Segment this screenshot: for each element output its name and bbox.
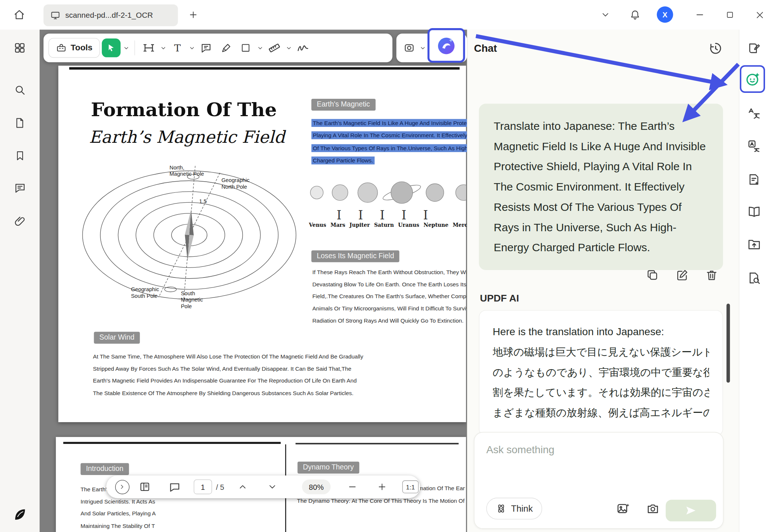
text-line: The Earth's Magnetic Field Is Like A Hug… xyxy=(311,118,467,131)
screenshot-tool[interactable] xyxy=(400,38,418,58)
sidebar-item-pages[interactable] xyxy=(13,116,27,130)
ai-assistant-toolbar-button[interactable] xyxy=(427,28,465,63)
select-tool-button[interactable] xyxy=(102,38,121,57)
zoom-label: 80% xyxy=(309,483,324,491)
edit-text-tool[interactable] xyxy=(140,38,158,58)
bookmark-icon xyxy=(14,150,26,161)
measure-tool-chevron[interactable] xyxy=(285,38,292,58)
pen-tool[interactable] xyxy=(217,38,235,58)
text-line: Stripped Away By Forces Such As The Sola… xyxy=(93,366,363,378)
translate-icon xyxy=(747,107,761,121)
sidebar-item-search[interactable] xyxy=(13,83,27,97)
chevron-down-icon xyxy=(188,45,195,51)
actual-size-button[interactable]: 1:1 xyxy=(402,481,418,494)
document-tab[interactable]: scanned-pd...df-2-1_OCR xyxy=(43,4,178,26)
zoom-level-button[interactable]: 80% xyxy=(302,479,330,494)
edit-icon[interactable] xyxy=(675,269,688,282)
add-text-chevron[interactable] xyxy=(188,38,196,58)
document-icon xyxy=(14,117,26,129)
page-total-label: / 5 xyxy=(216,475,224,498)
chat-header: Chat xyxy=(474,43,497,54)
camera-icon[interactable] xyxy=(646,502,660,515)
home-button[interactable] xyxy=(10,6,29,24)
tab-title: scanned-pd...df-2-1_OCR xyxy=(65,11,153,20)
sidebar-item-attachments[interactable] xyxy=(13,214,27,228)
text-line: Field,.The Creatures On The Earth's Surf… xyxy=(312,293,466,306)
sidebar-item-translate-page[interactable] xyxy=(746,138,761,154)
comment-bubble-icon xyxy=(200,42,212,54)
select-tool-chevron[interactable] xyxy=(123,38,130,58)
notifications-button[interactable] xyxy=(626,6,645,24)
collapse-toolbar-button[interactable] xyxy=(596,6,615,24)
text-line: Earth's Magnetic Field Provides An Indis… xyxy=(93,378,363,390)
message-actions xyxy=(479,269,723,282)
chat-history-button[interactable] xyxy=(708,41,723,56)
signature-tool[interactable] xyxy=(294,38,312,58)
maximize-button[interactable] xyxy=(721,6,739,24)
monitor-icon xyxy=(50,10,60,20)
sidebar-item-bookmarks[interactable] xyxy=(13,149,27,162)
paragraph-solar-wind: At The Same Time, The Atmosphere Will Al… xyxy=(93,354,363,402)
sidebar-item-search-document[interactable] xyxy=(746,270,761,285)
zoom-out-button[interactable] xyxy=(343,475,362,498)
ai-response-line: のようなものであり、宇宙環境の中で重要な役 xyxy=(493,362,709,382)
square-icon xyxy=(240,43,251,53)
think-label: Think xyxy=(511,504,533,514)
ai-chat-sidebar-button[interactable] xyxy=(740,65,765,93)
book-pen-icon xyxy=(747,41,761,55)
sidebar-item-export[interactable] xyxy=(746,236,761,252)
measure-tool[interactable] xyxy=(266,38,283,58)
new-tab-button[interactable] xyxy=(184,6,203,24)
close-icon xyxy=(755,10,764,19)
text-line: Radiation Of Strong Rays And Will Quickl… xyxy=(312,317,466,330)
close-button[interactable] xyxy=(750,6,768,24)
add-text-tool[interactable]: T xyxy=(168,38,186,58)
sidebar-item-comments[interactable] xyxy=(13,181,27,194)
shape-tool[interactable] xyxy=(237,38,254,58)
bell-icon xyxy=(630,9,640,20)
edit-text-chevron[interactable] xyxy=(160,38,167,58)
comment-icon xyxy=(14,181,26,193)
text-line: If These Rays Reach The Earth Without Ob… xyxy=(312,269,466,281)
next-page-button[interactable] xyxy=(263,475,282,498)
updf-ai-icon xyxy=(435,34,457,57)
think-toggle-button[interactable]: Think xyxy=(486,498,542,519)
app-logo[interactable] xyxy=(13,508,27,521)
previous-page-button[interactable] xyxy=(233,475,253,498)
sidebar-item-reader[interactable] xyxy=(746,40,761,55)
zoom-in-button[interactable] xyxy=(372,475,392,498)
chat-scrollbar[interactable] xyxy=(727,304,730,383)
tag-earths-magnetic: Earth's Magnetic xyxy=(311,99,375,111)
chevron-up-icon xyxy=(238,482,248,492)
tools-button[interactable]: Tools xyxy=(49,38,100,58)
comment-tool[interactable] xyxy=(197,38,215,58)
shape-tool-chevron[interactable] xyxy=(257,38,264,58)
minimize-button[interactable] xyxy=(690,6,709,24)
chevron-right-icon xyxy=(118,484,126,491)
app-window: scanned-pd...df-2-1_OCR X xyxy=(0,0,768,532)
expand-panel-button[interactable] xyxy=(113,475,131,498)
planets-caption: Venus Mars Jupiter Saturn Uranus Neptune… xyxy=(309,222,467,228)
minus-icon xyxy=(347,482,357,492)
thumbnails-button[interactable] xyxy=(135,475,154,498)
sidebar-item-apps[interactable] xyxy=(13,41,27,55)
thumbnails-icon xyxy=(139,481,151,493)
delete-icon[interactable] xyxy=(705,269,718,282)
chevron-down-icon xyxy=(419,45,425,51)
sidebar-item-ai-forms[interactable] xyxy=(746,172,761,187)
chat-input[interactable] xyxy=(486,441,709,458)
ai-sender-label: UPDF AI xyxy=(480,293,519,304)
avatar[interactable]: X xyxy=(657,6,673,23)
speech-bubble-icon xyxy=(168,481,180,493)
sidebar-item-read-mode[interactable] xyxy=(746,204,761,219)
copy-icon[interactable] xyxy=(646,269,659,282)
ai-chat-icon xyxy=(745,71,761,87)
page-navigation-bar: / 5 80% 1:1 xyxy=(106,475,420,498)
insert-image-icon[interactable] xyxy=(616,502,630,515)
send-button[interactable] xyxy=(666,500,716,522)
screenshot-chevron[interactable] xyxy=(419,38,426,58)
page-number-input[interactable] xyxy=(194,479,212,494)
sidebar-item-translate-text[interactable] xyxy=(746,106,761,121)
send-icon xyxy=(684,504,697,517)
page-comment-button[interactable] xyxy=(164,475,184,498)
